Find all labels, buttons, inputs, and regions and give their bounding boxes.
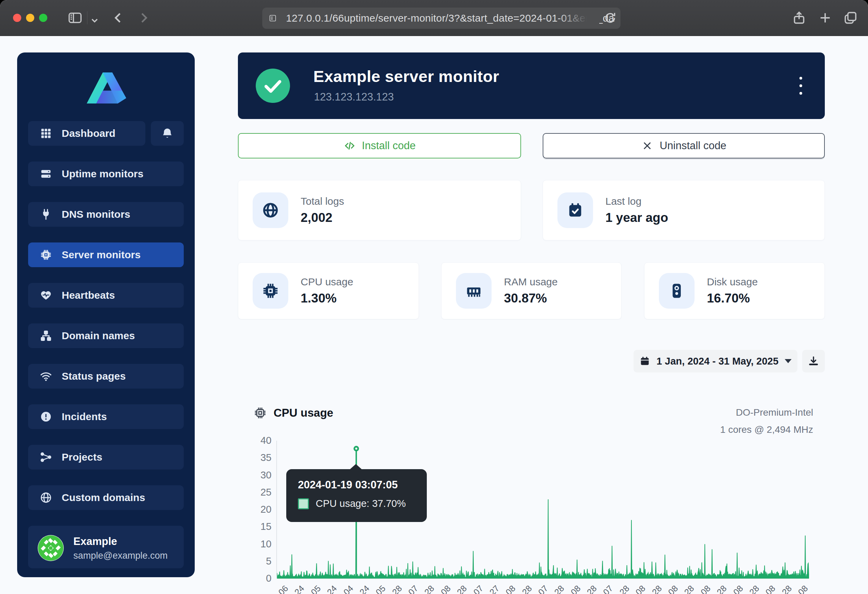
stat-label: CPU usage [301,276,353,288]
sidebar-item-label: Uptime monitors [62,168,143,180]
stat-card-disk: Disk usage 16.70% [644,262,825,319]
stat-label: Total logs [301,195,344,207]
caret-down-icon [785,359,791,363]
monitor-header-card: Example server monitor 123.123.123.123 [238,52,825,119]
stat-value: 2,002 [301,211,344,225]
back-button[interactable] [111,10,126,26]
memory-icon [465,282,483,300]
code-icon [344,140,356,152]
stat-label: Last log [605,195,668,207]
stat-card-cpu: CPU usage 1.30% [238,262,419,319]
calendar-icon [639,356,650,366]
stat-icon-tile [252,192,288,228]
wifi-icon [40,370,52,383]
sitemap-icon [40,330,52,342]
server-stack-icon [40,168,52,180]
download-icon [807,355,819,367]
browser-window: 127.0.0.1/66uptime/server-monitor/3?&sta… [0,0,868,594]
sidebar-item-label: Incidents [62,411,107,423]
hard-drive-icon [668,282,686,300]
avatar [38,535,64,561]
sidebar-item-label: Heartbeats [62,290,115,301]
stat-icon-tile [557,192,593,228]
server-meta: DO-Premium-Intel 1 cores @ 2,494 MHz [720,404,813,438]
sidebar-item-dashboard[interactable]: Dashboard [28,121,145,146]
stat-card-total-logs: Total logs 2,002 [238,180,521,241]
stat-icon-tile [252,273,288,309]
download-button[interactable] [802,350,825,372]
forward-button[interactable] [136,10,152,26]
sidebar-item-projects[interactable]: Projects [28,445,184,470]
plug-icon [40,208,52,220]
notifications-button[interactable] [151,121,184,146]
stat-value: 16.70% [707,291,757,306]
monitor-title: Example server monitor [313,67,499,86]
stat-value: 30.87% [504,291,558,306]
grid-icon [40,127,52,140]
sidebar-item-label: Domain names [62,330,135,341]
chip-icon [40,249,52,261]
chart-title: CPU usage [273,406,333,420]
chip-icon [254,406,267,420]
more-options-button[interactable] [794,74,807,98]
sidebar-item-custom-domains[interactable]: Custom domains [28,485,184,510]
main-content: Example server monitor 123.123.123.123 I… [238,0,825,594]
sidebar-item-dns-monitors[interactable]: DNS monitors [28,202,184,227]
profile-name: Example [73,535,168,548]
share-nodes-icon [40,451,52,463]
close-window-button[interactable] [13,14,21,22]
monitor-ip: 123.123.123.123 [314,91,394,103]
uninstall-code-label: Uninstall code [660,140,726,152]
bell-icon [161,127,173,140]
profile-email: sample@example.com [73,550,168,561]
sidebar-item-server-monitors[interactable]: Server monitors [28,242,184,267]
sidebar-item-label: Server monitors [62,249,140,261]
stat-icon-tile [659,273,695,309]
stat-label: Disk usage [707,276,757,288]
globe-icon [40,492,52,504]
sidebar-item-label: Custom domains [62,492,145,504]
server-model: DO-Premium-Intel [720,404,813,421]
install-code-button[interactable]: Install code [238,133,521,158]
heart-pulse-icon [40,289,52,301]
sidebar-item-label: DNS monitors [62,208,130,220]
user-profile[interactable]: Example sample@example.com [28,528,184,568]
chart-header: CPU usage [254,406,333,420]
tab-overview-icon[interactable] [843,10,858,26]
status-up-icon [256,69,290,103]
sidebar-toggle-icon[interactable] [67,10,83,26]
stat-value: 1.30% [301,291,353,306]
uninstall-code-button[interactable]: Uninstall code [543,133,825,158]
stat-value: 1 year ago [605,211,668,225]
calendar-check-icon [566,201,584,219]
sidebar-item-domain-names[interactable]: Domain names [28,324,184,348]
sidebar-item-label: Status pages [62,370,126,382]
sidebar-item-status-pages[interactable]: Status pages [28,364,184,389]
sidebar-item-heartbeats[interactable]: Heartbeats [28,283,184,307]
sidebar-item-label: Dashboard [62,128,115,139]
zoom-window-button[interactable] [39,14,47,22]
toolbar-divider [87,11,87,24]
stat-icon-tile [456,273,492,309]
chevron-down-icon[interactable] [89,12,101,28]
stat-card-ram: RAM usage 30.87% [441,262,621,319]
minimize-window-button[interactable] [26,14,34,22]
sidebar: Dashboard Uptime monitors DNS monitors S… [17,52,195,577]
chip-icon [261,282,279,300]
date-range-label: 1 Jan, 2024 - 31 May, 2025 [657,356,778,367]
server-cores: 1 cores @ 2,494 MHz [720,421,813,438]
sidebar-item-label: Projects [62,451,102,463]
sidebar-item-incidents[interactable]: Incidents [28,404,184,429]
sidebar-item-uptime-monitors[interactable]: Uptime monitors [28,161,184,186]
date-range-picker[interactable]: 1 Jan, 2024 - 31 May, 2025 [633,350,797,372]
install-code-label: Install code [362,140,416,152]
alert-icon [40,411,52,423]
stat-label: RAM usage [504,276,558,288]
app-logo [28,68,184,107]
logo-icon [79,68,133,107]
close-icon [641,140,653,152]
globe-icon [261,201,279,219]
stat-card-last-log: Last log 1 year ago [543,180,825,241]
